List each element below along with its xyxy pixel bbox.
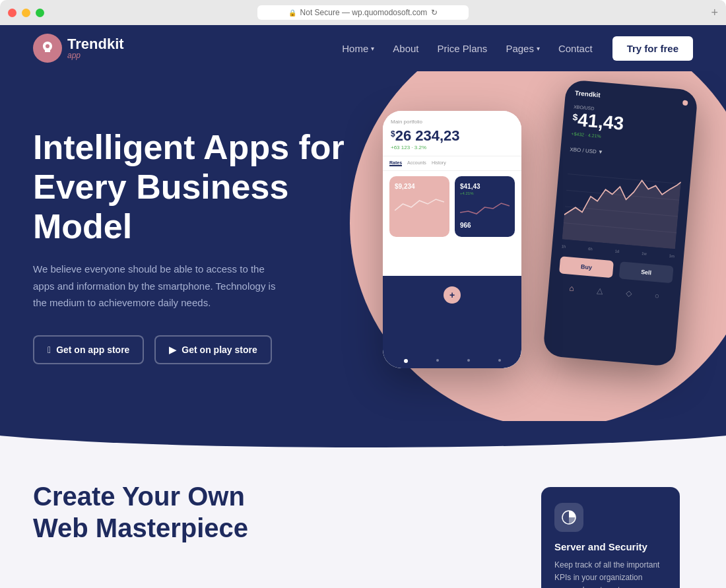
phone2-chart: [552, 152, 692, 255]
url-text: Not Secure — wp.quomodosoft.com: [300, 8, 428, 17]
nav-dot-3: [467, 359, 470, 362]
logo-text: Trendkit app: [67, 36, 124, 60]
lock-icon: 🔒: [288, 9, 296, 16]
svg-marker-5: [562, 172, 681, 249]
hero-description: We believe everyone should be able to ac…: [33, 261, 284, 311]
phone1-add-button: +: [444, 286, 461, 304]
apple-icon: : [48, 344, 51, 355]
address-bar[interactable]: 🔒 Not Secure — wp.quomodosoft.com ↻: [257, 5, 469, 20]
nav-dot-2: [436, 359, 439, 362]
play-store-button[interactable]: ▶ Get on play store: [154, 335, 271, 364]
phone1-nav: [383, 359, 521, 363]
hero-section: Intelligent Apps for Every Business Mode…: [0, 71, 726, 421]
new-tab-button[interactable]: +: [711, 6, 718, 20]
chevron-down-icon: ▾: [371, 45, 374, 52]
phone-mockup-1: Main portfolio $26 234,23 +63 123 · 3.2%…: [383, 111, 521, 368]
phone1-change: +63 123 · 3.2%: [391, 145, 513, 150]
server-security-desc: Keep track of all the important KPIs in …: [554, 559, 667, 588]
close-button[interactable]: [8, 9, 16, 17]
window-chrome: 🔒 Not Secure — wp.quomodosoft.com ↻ +: [0, 0, 726, 25]
phone2-nav-wallet: ◇: [626, 288, 632, 298]
nav-price-plans[interactable]: Price Plans: [438, 43, 488, 54]
server-security-title: Server and Security: [554, 541, 667, 552]
nav-links: Home ▾ About Price Plans Pages ▾ Contact: [342, 43, 592, 54]
mini-chart-1: [395, 194, 444, 214]
app-store-button[interactable]:  Get on app store: [33, 335, 144, 364]
navigation: Trendkit app Home ▾ About Price Plans Pa…: [0, 25, 726, 71]
phone1-cards: $9,234 $41,43 +4.21%: [383, 171, 521, 242]
phone1-portfolio-label: Main portfolio: [391, 119, 513, 125]
server-security-card: Server and Security Keep track of all th…: [541, 487, 680, 588]
svg-point-0: [46, 44, 50, 48]
phone-mockup-2: Trendkit XBO/USD $41,43 +$432 · 4.21% XB…: [543, 79, 698, 367]
phone1-card2: $41,43 +4.21% 966: [455, 176, 515, 237]
nav-about[interactable]: About: [393, 43, 418, 54]
phone2-logo: Trendkit: [574, 89, 601, 98]
svg-line-1: [568, 174, 680, 184]
hero-content: Intelligent Apps for Every Business Mode…: [33, 128, 350, 364]
phone2-nav-chart: △: [597, 286, 603, 296]
minimize-button[interactable]: [22, 9, 30, 17]
site-wrapper: Trendkit app Home ▾ About Price Plans Pa…: [0, 25, 726, 588]
play-icon: ▶: [169, 344, 176, 355]
features-section: Create Your Own Web Masterpiece Mobile U…: [0, 454, 726, 588]
curve-separator: [0, 421, 726, 454]
nav-contact[interactable]: Contact: [558, 43, 593, 54]
refresh-icon[interactable]: ↻: [431, 8, 438, 17]
logo[interactable]: Trendkit app: [33, 34, 124, 63]
phone2-nav-home: ⌂: [569, 284, 574, 294]
nav-dot-home: [404, 359, 408, 363]
maximize-button[interactable]: [36, 9, 44, 17]
phone1-card1: $9,234: [389, 176, 449, 237]
phone2-nav-user: ○: [654, 291, 659, 301]
nav-dot-4: [498, 359, 501, 362]
hero-title: Intelligent Apps for Every Business Mode…: [33, 128, 350, 246]
try-for-free-button[interactable]: Try for free: [612, 36, 693, 61]
phone2-buy-button: Buy: [559, 256, 614, 278]
server-security-icon: [554, 503, 583, 532]
logo-icon: [33, 34, 62, 63]
hero-buttons:  Get on app store ▶ Get on play store: [33, 335, 350, 364]
phone1-tabs: Rates Accounts History: [383, 156, 521, 171]
nav-home[interactable]: Home ▾: [342, 43, 374, 54]
feature-cards: Mobile Usability Server and Security Kee…: [389, 487, 693, 588]
nav-pages[interactable]: Pages ▾: [506, 43, 540, 54]
phone1-bottom: +: [383, 276, 521, 368]
phone2-sell-button: Sell: [619, 261, 674, 283]
features-title: Create Your Own Web Masterpiece: [33, 480, 284, 544]
phone2-notification: [682, 100, 688, 106]
window-buttons: [8, 9, 44, 17]
phone-mockups: Main portfolio $26 234,23 +63 123 · 3.2%…: [383, 84, 686, 408]
mini-chart-2: [460, 199, 510, 219]
chevron-down-icon-pages: ▾: [537, 45, 540, 52]
phone1-amount: $26 234,23: [391, 127, 513, 145]
